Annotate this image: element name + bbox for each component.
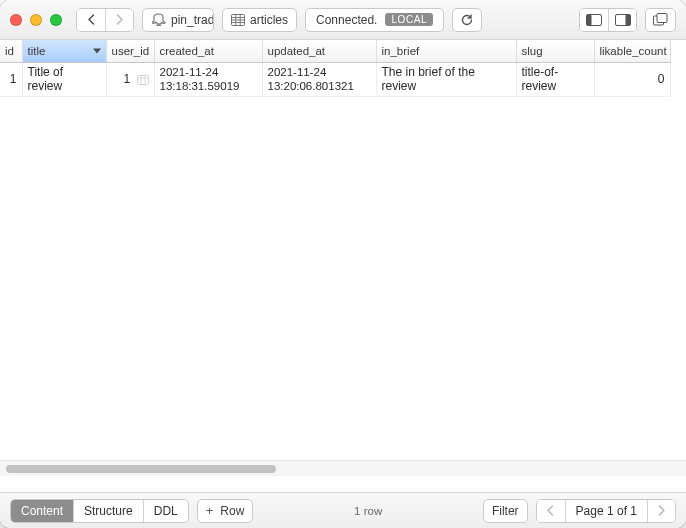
chevron-left-icon xyxy=(546,505,555,516)
col-in-brief[interactable]: in_brief xyxy=(376,40,516,62)
foreign-key-icon[interactable] xyxy=(137,75,149,85)
elephant-icon xyxy=(151,13,166,26)
table-crumb-label: articles xyxy=(250,13,288,27)
cell-id[interactable]: 1 xyxy=(0,62,22,96)
add-row-button[interactable]: + Row xyxy=(197,499,254,523)
data-grid-scroll[interactable]: id title user_id created_at updated_at i… xyxy=(0,40,686,460)
horizontal-scrollbar[interactable] xyxy=(0,460,686,476)
table-crumb[interactable]: articles xyxy=(222,8,297,32)
cell-likable[interactable]: 0 xyxy=(594,62,670,96)
pagination: Page 1 of 1 xyxy=(536,499,676,523)
minimize-window-button[interactable] xyxy=(30,14,42,26)
connection-local-badge: LOCAL xyxy=(385,13,433,26)
data-grid-area: id title user_id created_at updated_at i… xyxy=(0,40,686,476)
plus-icon: + xyxy=(206,504,214,517)
history-nav xyxy=(76,8,134,32)
chevron-right-icon xyxy=(115,14,124,25)
zoom-window-button[interactable] xyxy=(50,14,62,26)
svg-rect-6 xyxy=(657,14,667,23)
cell-user-id[interactable]: 1 xyxy=(106,62,154,96)
col-updated-at[interactable]: updated_at xyxy=(262,40,376,62)
filter-label: Filter xyxy=(492,504,519,518)
right-panel-icon xyxy=(615,14,631,26)
chevron-right-icon xyxy=(657,505,666,516)
tab-ddl[interactable]: DDL xyxy=(143,500,188,522)
tab-structure[interactable]: Structure xyxy=(73,500,143,522)
toggle-right-panel[interactable] xyxy=(608,9,636,31)
col-title[interactable]: title xyxy=(22,40,106,62)
window-controls xyxy=(10,14,62,26)
toggle-left-panel[interactable] xyxy=(580,9,608,31)
svg-rect-7 xyxy=(137,75,148,84)
titlebar: pin_trade articles Connected. LOCAL xyxy=(0,0,686,40)
chevron-left-icon xyxy=(87,14,96,25)
cell-slug[interactable]: title-of-review xyxy=(516,62,594,96)
table-row[interactable]: 1 Title of review 1 2021-11-24 13:18:31.… xyxy=(0,62,670,96)
cell-in-brief[interactable]: The in brief of the review xyxy=(376,62,516,96)
reload-button[interactable] xyxy=(452,8,482,32)
col-user-id[interactable]: user_id xyxy=(106,40,154,62)
left-panel-icon xyxy=(586,14,602,26)
filter-button[interactable]: Filter xyxy=(483,499,528,523)
window: pin_trade articles Connected. LOCAL xyxy=(0,0,686,528)
tab-content[interactable]: Content xyxy=(11,500,73,522)
panel-toggles xyxy=(579,8,637,32)
row-stripes xyxy=(0,96,686,460)
scrollbar-thumb[interactable] xyxy=(6,465,276,473)
header-row: id title user_id created_at updated_at i… xyxy=(0,40,670,62)
close-window-button[interactable] xyxy=(10,14,22,26)
database-crumb[interactable]: pin_trade xyxy=(142,8,214,32)
cell-updated-at[interactable]: 2021-11-24 13:20:06.801321 xyxy=(262,62,376,96)
connection-status: Connected. LOCAL xyxy=(305,8,444,32)
connection-status-text: Connected. xyxy=(316,13,377,27)
new-window-button[interactable] xyxy=(645,8,676,32)
bottom-toolbar: Content Structure DDL + Row 1 row Filter… xyxy=(0,492,686,528)
add-row-label: Row xyxy=(220,504,244,518)
forward-button[interactable] xyxy=(105,9,133,31)
cell-user-id-value: 1 xyxy=(123,72,130,86)
col-slug[interactable]: slug xyxy=(516,40,594,62)
row-count: 1 row xyxy=(261,505,475,517)
new-window-icon xyxy=(653,13,668,26)
svg-rect-2 xyxy=(587,14,592,25)
reload-icon xyxy=(460,13,474,27)
page-next-button[interactable] xyxy=(647,500,675,522)
col-likable-count[interactable]: likable_count xyxy=(594,40,670,62)
data-grid[interactable]: id title user_id created_at updated_at i… xyxy=(0,40,671,97)
table-icon xyxy=(231,14,245,26)
back-button[interactable] xyxy=(77,9,105,31)
database-crumb-label: pin_trade xyxy=(171,13,214,27)
col-id[interactable]: id xyxy=(0,40,22,62)
col-created-at[interactable]: created_at xyxy=(154,40,262,62)
view-tabs: Content Structure DDL xyxy=(10,499,189,523)
cell-title[interactable]: Title of review xyxy=(22,62,106,96)
page-prev-button[interactable] xyxy=(537,500,565,522)
cell-created-at[interactable]: 2021-11-24 13:18:31.59019 xyxy=(154,62,262,96)
svg-rect-4 xyxy=(625,14,630,25)
page-indicator[interactable]: Page 1 of 1 xyxy=(565,500,647,522)
